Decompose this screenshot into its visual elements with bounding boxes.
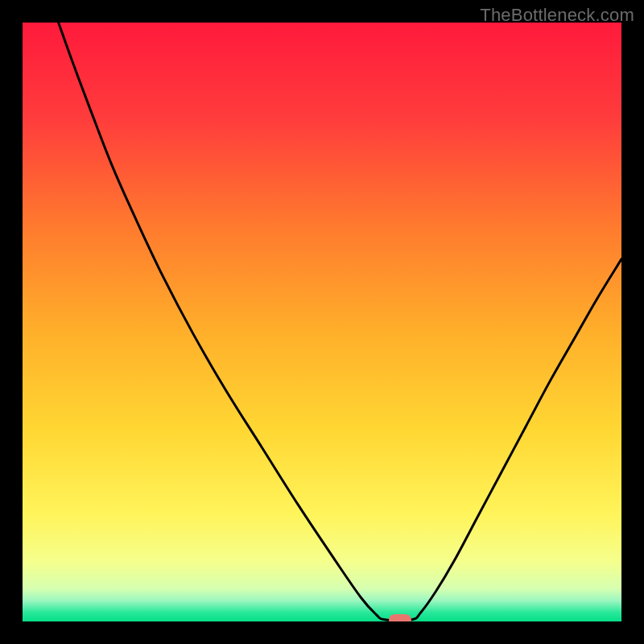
chart-frame: TheBottleneck.com (0, 0, 644, 644)
optimal-marker (389, 614, 411, 621)
plot-area (23, 23, 621, 621)
bottleneck-curve (23, 23, 621, 621)
watermark-text: TheBottleneck.com (480, 5, 634, 26)
